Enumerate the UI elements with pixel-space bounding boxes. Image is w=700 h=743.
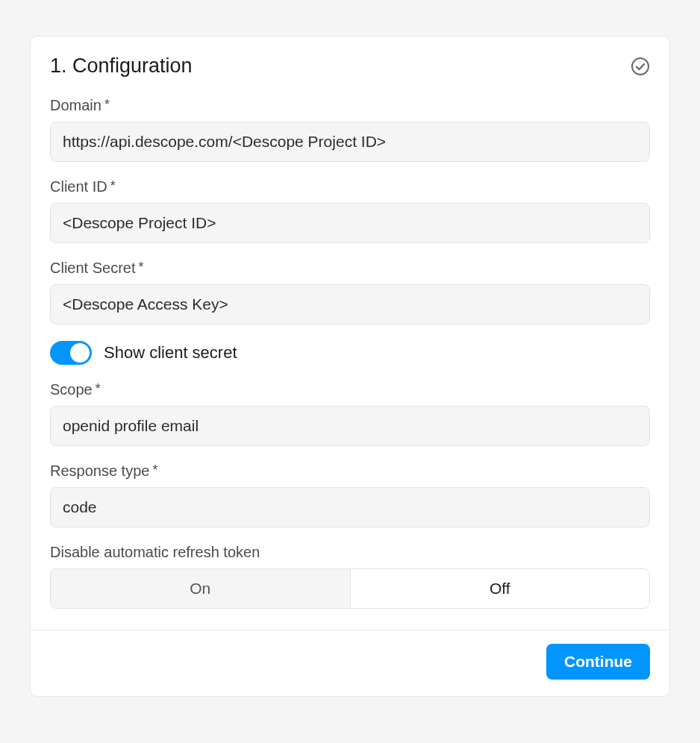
domain-field: Domain: [50, 97, 650, 162]
refresh-token-off[interactable]: Off: [350, 569, 650, 608]
show-secret-switch[interactable]: [50, 341, 92, 365]
card-title: 1. Configuration: [50, 54, 193, 78]
refresh-token-on[interactable]: On: [51, 569, 350, 608]
check-circle-icon: [631, 57, 650, 76]
continue-button[interactable]: Continue: [546, 644, 650, 680]
response-type-input[interactable]: [50, 487, 650, 527]
client-secret-input[interactable]: [50, 284, 650, 325]
domain-label: Domain: [50, 97, 650, 114]
client-id-field: Client ID: [50, 178, 650, 243]
response-type-field: Response type: [50, 463, 650, 527]
card-body: 1. Configuration Domain Client ID Client…: [31, 37, 669, 630]
card-footer: Continue: [31, 630, 669, 696]
domain-input[interactable]: [50, 122, 650, 162]
client-secret-field: Client Secret: [50, 260, 650, 325]
show-secret-label: Show client secret: [104, 343, 237, 363]
switch-knob: [70, 343, 90, 363]
show-secret-toggle-row: Show client secret: [50, 341, 650, 365]
svg-point-0: [632, 58, 649, 75]
refresh-token-field: Disable automatic refresh token On Off: [50, 544, 650, 609]
client-id-label: Client ID: [50, 178, 650, 195]
response-type-label: Response type: [50, 463, 650, 480]
refresh-token-segmented: On Off: [50, 568, 650, 609]
scope-field: Scope: [50, 381, 650, 446]
configuration-card: 1. Configuration Domain Client ID Client…: [30, 36, 670, 697]
refresh-token-label: Disable automatic refresh token: [50, 544, 650, 561]
scope-label: Scope: [50, 381, 650, 398]
scope-input[interactable]: [50, 406, 650, 446]
client-secret-label: Client Secret: [50, 260, 650, 277]
client-id-input[interactable]: [50, 203, 650, 243]
card-header: 1. Configuration: [50, 54, 650, 78]
